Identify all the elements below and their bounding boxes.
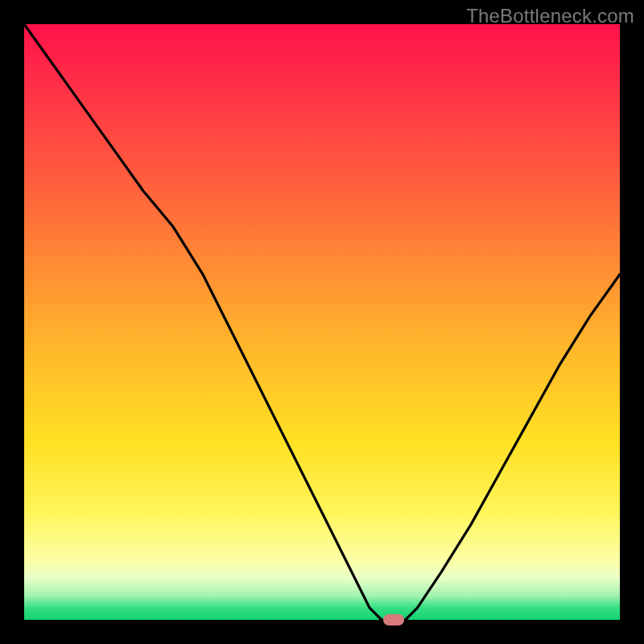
- bottleneck-curve: [24, 24, 620, 620]
- optimal-marker: [383, 614, 404, 625]
- curve-path: [24, 24, 620, 620]
- plot-area: [24, 24, 620, 620]
- chart-frame: TheBottleneck.com: [0, 0, 644, 644]
